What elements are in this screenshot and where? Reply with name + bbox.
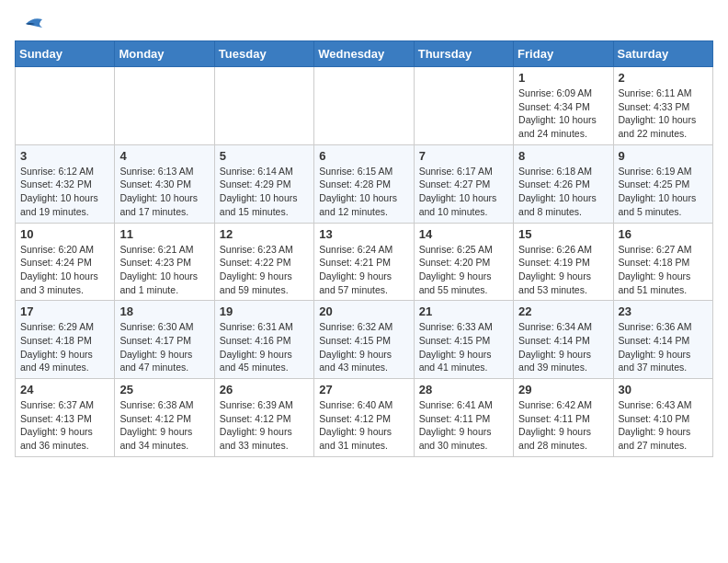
day-info: Sunrise: 6:11 AM Sunset: 4:33 PM Dayligh… — [619, 86, 708, 141]
day-cell: 20Sunrise: 6:32 AM Sunset: 4:15 PM Dayli… — [314, 301, 414, 379]
week-row-2: 3Sunrise: 6:12 AM Sunset: 4:32 PM Daylig… — [16, 144, 713, 223]
day-number: 11 — [119, 227, 209, 241]
weekday-header-tuesday: Tuesday — [214, 41, 313, 67]
day-info: Sunrise: 6:18 AM Sunset: 4:26 PM Dayligh… — [518, 165, 608, 219]
day-cell: 16Sunrise: 6:27 AM Sunset: 4:18 PM Dayli… — [613, 223, 712, 301]
day-cell: 27Sunrise: 6:40 AM Sunset: 4:12 PM Dayli… — [314, 379, 414, 457]
day-number: 9 — [619, 149, 708, 163]
day-cell: 26Sunrise: 6:39 AM Sunset: 4:12 PM Dayli… — [214, 379, 313, 457]
day-cell: 28Sunrise: 6:41 AM Sunset: 4:11 PM Dayli… — [414, 379, 513, 457]
day-cell: 1Sunrise: 6:09 AM Sunset: 4:34 PM Daylig… — [514, 67, 613, 145]
day-cell: 21Sunrise: 6:33 AM Sunset: 4:15 PM Dayli… — [414, 301, 513, 379]
day-cell — [314, 67, 414, 145]
day-cell: 12Sunrise: 6:23 AM Sunset: 4:22 PM Dayli… — [214, 223, 313, 301]
day-cell — [214, 67, 313, 145]
day-cell: 7Sunrise: 6:17 AM Sunset: 4:27 PM Daylig… — [414, 144, 513, 223]
logo-bird-icon — [17, 15, 44, 33]
day-cell: 18Sunrise: 6:30 AM Sunset: 4:17 PM Dayli… — [115, 301, 214, 379]
day-info: Sunrise: 6:38 AM Sunset: 4:12 PM Dayligh… — [119, 398, 209, 453]
day-number: 24 — [20, 383, 109, 396]
day-info: Sunrise: 6:19 AM Sunset: 4:25 PM Dayligh… — [619, 165, 708, 219]
day-number: 2 — [619, 71, 708, 85]
weekday-header-thursday: Thursday — [414, 41, 513, 67]
weekday-header-row: SundayMondayTuesdayWednesdayThursdayFrid… — [16, 41, 713, 67]
day-cell: 5Sunrise: 6:14 AM Sunset: 4:29 PM Daylig… — [214, 144, 313, 223]
day-info: Sunrise: 6:42 AM Sunset: 4:11 PM Dayligh… — [518, 398, 608, 453]
day-number: 10 — [20, 227, 109, 241]
day-number: 19 — [220, 304, 309, 318]
day-cell: 11Sunrise: 6:21 AM Sunset: 4:23 PM Dayli… — [115, 223, 214, 301]
day-number: 17 — [20, 304, 109, 318]
day-cell: 8Sunrise: 6:18 AM Sunset: 4:26 PM Daylig… — [514, 144, 613, 223]
day-number: 16 — [619, 227, 708, 241]
day-cell — [115, 67, 214, 145]
weekday-header-friday: Friday — [514, 41, 613, 67]
day-number: 20 — [319, 304, 408, 318]
day-cell: 4Sunrise: 6:13 AM Sunset: 4:30 PM Daylig… — [115, 144, 214, 223]
day-cell: 30Sunrise: 6:43 AM Sunset: 4:10 PM Dayli… — [613, 379, 712, 457]
day-cell: 29Sunrise: 6:42 AM Sunset: 4:11 PM Dayli… — [514, 379, 613, 457]
day-cell — [16, 67, 115, 145]
day-info: Sunrise: 6:33 AM Sunset: 4:15 PM Dayligh… — [419, 320, 508, 374]
week-row-4: 17Sunrise: 6:29 AM Sunset: 4:18 PM Dayli… — [16, 301, 713, 379]
day-info: Sunrise: 6:40 AM Sunset: 4:12 PM Dayligh… — [319, 398, 408, 453]
day-info: Sunrise: 6:39 AM Sunset: 4:12 PM Dayligh… — [220, 398, 309, 453]
day-number: 22 — [518, 304, 608, 318]
day-info: Sunrise: 6:24 AM Sunset: 4:21 PM Dayligh… — [319, 243, 408, 297]
day-info: Sunrise: 6:27 AM Sunset: 4:18 PM Dayligh… — [619, 243, 708, 297]
day-info: Sunrise: 6:34 AM Sunset: 4:14 PM Dayligh… — [518, 320, 608, 374]
day-cell: 3Sunrise: 6:12 AM Sunset: 4:32 PM Daylig… — [16, 144, 115, 223]
day-cell: 6Sunrise: 6:15 AM Sunset: 4:28 PM Daylig… — [314, 144, 414, 223]
day-cell: 15Sunrise: 6:26 AM Sunset: 4:19 PM Dayli… — [514, 223, 613, 301]
day-number: 12 — [220, 227, 309, 241]
day-cell: 9Sunrise: 6:19 AM Sunset: 4:25 PM Daylig… — [613, 144, 712, 223]
day-number: 27 — [319, 383, 408, 396]
day-info: Sunrise: 6:17 AM Sunset: 4:27 PM Dayligh… — [419, 165, 508, 219]
day-number: 13 — [319, 227, 408, 241]
day-info: Sunrise: 6:41 AM Sunset: 4:11 PM Dayligh… — [419, 398, 508, 453]
day-cell: 10Sunrise: 6:20 AM Sunset: 4:24 PM Dayli… — [16, 223, 115, 301]
day-cell: 13Sunrise: 6:24 AM Sunset: 4:21 PM Dayli… — [314, 223, 414, 301]
header — [15, 15, 713, 33]
day-info: Sunrise: 6:26 AM Sunset: 4:19 PM Dayligh… — [518, 243, 608, 297]
day-info: Sunrise: 6:20 AM Sunset: 4:24 PM Dayligh… — [20, 243, 109, 297]
day-number: 14 — [419, 227, 508, 241]
day-info: Sunrise: 6:21 AM Sunset: 4:23 PM Dayligh… — [119, 243, 209, 297]
day-info: Sunrise: 6:30 AM Sunset: 4:17 PM Dayligh… — [119, 320, 209, 374]
day-number: 26 — [220, 383, 309, 396]
day-cell: 22Sunrise: 6:34 AM Sunset: 4:14 PM Dayli… — [514, 301, 613, 379]
day-info: Sunrise: 6:36 AM Sunset: 4:14 PM Dayligh… — [619, 320, 708, 374]
day-number: 15 — [518, 227, 608, 241]
week-row-5: 24Sunrise: 6:37 AM Sunset: 4:13 PM Dayli… — [16, 379, 713, 457]
day-info: Sunrise: 6:09 AM Sunset: 4:34 PM Dayligh… — [518, 86, 608, 141]
day-number: 29 — [518, 383, 608, 396]
day-info: Sunrise: 6:43 AM Sunset: 4:10 PM Dayligh… — [619, 398, 708, 453]
day-cell: 17Sunrise: 6:29 AM Sunset: 4:18 PM Dayli… — [16, 301, 115, 379]
day-cell: 24Sunrise: 6:37 AM Sunset: 4:13 PM Dayli… — [16, 379, 115, 457]
day-number: 8 — [518, 149, 608, 163]
weekday-header-sunday: Sunday — [16, 41, 115, 67]
day-number: 3 — [20, 149, 109, 163]
day-cell: 19Sunrise: 6:31 AM Sunset: 4:16 PM Dayli… — [214, 301, 313, 379]
day-info: Sunrise: 6:23 AM Sunset: 4:22 PM Dayligh… — [220, 243, 309, 297]
day-info: Sunrise: 6:14 AM Sunset: 4:29 PM Dayligh… — [220, 165, 309, 219]
day-number: 28 — [419, 383, 508, 396]
day-number: 30 — [619, 383, 708, 396]
day-info: Sunrise: 6:15 AM Sunset: 4:28 PM Dayligh… — [319, 165, 408, 219]
day-number: 23 — [619, 304, 708, 318]
week-row-1: 1Sunrise: 6:09 AM Sunset: 4:34 PM Daylig… — [16, 67, 713, 145]
day-info: Sunrise: 6:29 AM Sunset: 4:18 PM Dayligh… — [20, 320, 109, 374]
day-cell: 2Sunrise: 6:11 AM Sunset: 4:33 PM Daylig… — [613, 67, 712, 145]
day-number: 1 — [518, 71, 608, 85]
day-cell: 23Sunrise: 6:36 AM Sunset: 4:14 PM Dayli… — [613, 301, 712, 379]
day-number: 21 — [419, 304, 508, 318]
day-info: Sunrise: 6:12 AM Sunset: 4:32 PM Dayligh… — [20, 165, 109, 219]
weekday-header-monday: Monday — [115, 41, 214, 67]
day-info: Sunrise: 6:32 AM Sunset: 4:15 PM Dayligh… — [319, 320, 408, 374]
day-number: 6 — [319, 149, 408, 163]
day-number: 4 — [119, 149, 209, 163]
day-info: Sunrise: 6:25 AM Sunset: 4:20 PM Dayligh… — [419, 243, 508, 297]
calendar: SundayMondayTuesdayWednesdayThursdayFrid… — [15, 40, 713, 457]
day-info: Sunrise: 6:13 AM Sunset: 4:30 PM Dayligh… — [119, 165, 209, 219]
day-number: 5 — [220, 149, 309, 163]
